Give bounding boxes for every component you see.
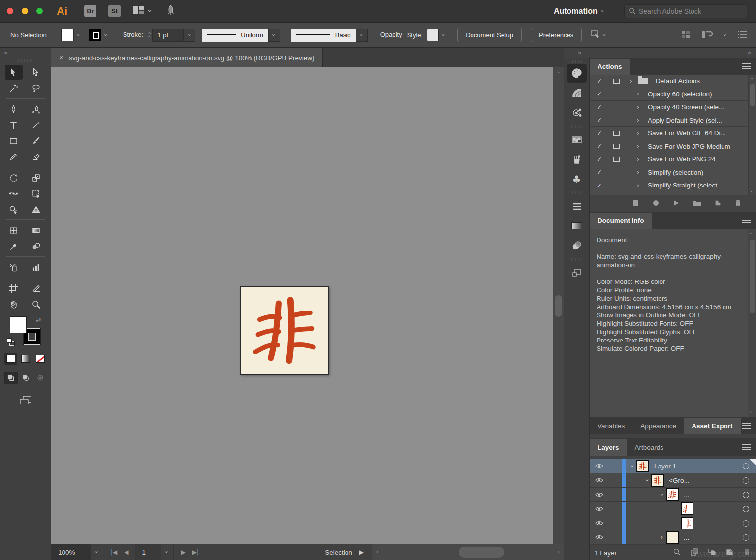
slice-tool[interactable]: [28, 281, 45, 296]
action-row[interactable]: ✓›Save For Web GIF 64 Di...: [590, 127, 756, 140]
hand-tool[interactable]: [5, 297, 23, 311]
visibility-eye-icon[interactable]: [590, 502, 609, 516]
type-tool[interactable]: [5, 118, 23, 132]
zoom-level-field[interactable]: 100%: [51, 544, 91, 560]
lock-toggle-column[interactable]: [609, 530, 620, 544]
swap-fill-stroke-icon[interactable]: ⇄: [36, 316, 41, 323]
fill-color-swatch[interactable]: [61, 29, 74, 41]
layer-name[interactable]: ...: [684, 534, 743, 541]
brushes-panel-icon[interactable]: [567, 150, 587, 169]
new-action-set-icon[interactable]: [692, 199, 702, 209]
draw-behind-mode[interactable]: [19, 372, 32, 384]
toolbar-grip[interactable]: ||||||||||: [0, 58, 51, 62]
selection-tool[interactable]: [5, 65, 23, 80]
symbols-panel-icon[interactable]: ♣: [567, 170, 587, 188]
dock-expand-icon[interactable]: »: [748, 49, 751, 58]
delete-layer-icon[interactable]: [743, 548, 751, 558]
action-expander-icon[interactable]: ›: [630, 78, 637, 85]
minimize-window-button[interactable]: [22, 8, 28, 14]
tab-actions[interactable]: Actions: [590, 59, 630, 75]
stroke-weight-value[interactable]: 1 pt: [152, 29, 184, 42]
lock-toggle-column[interactable]: [609, 516, 620, 530]
magic-wand-tool[interactable]: [5, 81, 23, 95]
action-row[interactable]: ✓›Opacity 60 (selection): [590, 88, 756, 101]
lock-toggle-column[interactable]: [609, 488, 620, 501]
preferences-button[interactable]: Preferences: [531, 28, 582, 42]
graphic-style-swatch[interactable]: [427, 29, 439, 41]
first-artboard-icon[interactable]: |◀: [107, 549, 121, 556]
stroke-color-swatch[interactable]: [89, 29, 101, 41]
action-check-icon[interactable]: ✓: [590, 75, 609, 88]
action-dialog-toggle[interactable]: [609, 140, 624, 153]
shape-builder-tool[interactable]: [5, 202, 23, 217]
tab-variables[interactable]: Variables: [590, 418, 632, 434]
width-profile-chevron-icon[interactable]: ›: [268, 29, 280, 42]
action-dialog-toggle[interactable]: [609, 114, 624, 127]
actions-scrollbar[interactable]: ››: [748, 75, 756, 195]
scale-tool[interactable]: [28, 170, 45, 185]
width-tool[interactable]: [5, 186, 23, 201]
fill-color-chevron-icon[interactable]: ›: [74, 29, 84, 41]
recolor-artwork-panel-icon[interactable]: [567, 103, 587, 122]
none-button[interactable]: [34, 353, 47, 365]
action-dialog-toggle[interactable]: [609, 127, 624, 140]
action-row[interactable]: ✓›Save For Web PNG 24: [590, 153, 756, 166]
action-expander-icon[interactable]: ›: [637, 156, 644, 163]
layer-target-circle[interactable]: [743, 477, 749, 484]
lock-toggle-column[interactable]: [609, 459, 620, 473]
opacity-label[interactable]: Opacity: [380, 31, 402, 39]
stroke-weight-label[interactable]: Stroke:: [123, 31, 143, 39]
zoom-level-chevron-icon[interactable]: ›: [91, 544, 103, 560]
action-row[interactable]: ✓›Simplify Straight (select...: [590, 179, 756, 192]
layer-thumbnail[interactable]: [636, 460, 649, 472]
action-expander-icon[interactable]: ›: [637, 117, 644, 124]
gradient-button[interactable]: [19, 353, 32, 365]
symbol-sprayer-tool[interactable]: [5, 260, 23, 275]
strip-grip[interactable]: ||||||||: [564, 59, 589, 63]
scroll-up-icon[interactable]: ›: [553, 71, 564, 73]
record-icon[interactable]: [652, 199, 660, 209]
layer-target-circle[interactable]: [743, 534, 749, 541]
action-expander-icon[interactable]: ›: [637, 143, 644, 150]
gradient-panel-icon[interactable]: [567, 217, 587, 235]
layer-row-selected[interactable]: ›Layer 1: [590, 459, 756, 473]
swatches-panel-icon[interactable]: [567, 130, 587, 149]
color-button[interactable]: [4, 353, 17, 365]
visibility-eye-icon[interactable]: [590, 488, 609, 501]
secondary-panel-menu-icon[interactable]: [742, 421, 751, 430]
select-similar-icon[interactable]: [590, 29, 601, 41]
artboard-tool[interactable]: [5, 281, 23, 296]
draw-normal-mode[interactable]: [4, 372, 18, 384]
tab-artboards[interactable]: Artboards: [627, 439, 672, 456]
horizontal-scrollbar[interactable]: › ›: [372, 544, 564, 560]
tab-asset-export[interactable]: Asset Export: [684, 418, 740, 434]
action-expander-icon[interactable]: ›: [637, 104, 644, 111]
new-action-icon[interactable]: [714, 199, 722, 209]
layer-row[interactable]: ›...: [590, 530, 756, 545]
document-tab[interactable]: × svg-and-css-keyframes-calligraphy-anim…: [51, 48, 323, 67]
layer-target-circle[interactable]: [743, 506, 749, 512]
action-check-icon[interactable]: ✓: [590, 127, 609, 140]
action-row[interactable]: ✓›Simplify (selection): [590, 166, 756, 180]
fill-stroke-indicator[interactable]: ⇄: [10, 316, 41, 345]
action-row[interactable]: ✓›Default Actions: [590, 75, 756, 88]
artboards-panel-icon[interactable]: [567, 263, 587, 282]
layer-target-circle[interactable]: [743, 492, 749, 498]
action-row[interactable]: ✓›Opacity 40 Screen (sele...: [590, 101, 756, 114]
select-similar-chevron-icon[interactable]: ›: [601, 33, 608, 36]
action-dialog-toggle[interactable]: [609, 166, 624, 179]
perspective-grid-tool[interactable]: [28, 202, 45, 217]
dock-collapse-icon[interactable]: «: [578, 49, 581, 58]
transparency-panel-icon[interactable]: [567, 236, 587, 255]
action-check-icon[interactable]: ✓: [590, 153, 609, 166]
layer-expander-icon[interactable]: ›: [629, 462, 636, 470]
artboard-number-chevron-icon[interactable]: ›: [161, 544, 174, 560]
stroke-weight-chevron-icon[interactable]: ›: [184, 29, 195, 42]
line-segment-tool[interactable]: [28, 118, 45, 132]
visibility-eye-icon[interactable]: [590, 530, 609, 544]
layer-thumbnail[interactable]: [681, 502, 693, 515]
artboard[interactable]: [240, 286, 329, 375]
draw-inside-mode[interactable]: [33, 372, 47, 384]
layer-name[interactable]: ...: [684, 491, 743, 498]
layer-name[interactable]: Layer 1: [654, 463, 743, 470]
